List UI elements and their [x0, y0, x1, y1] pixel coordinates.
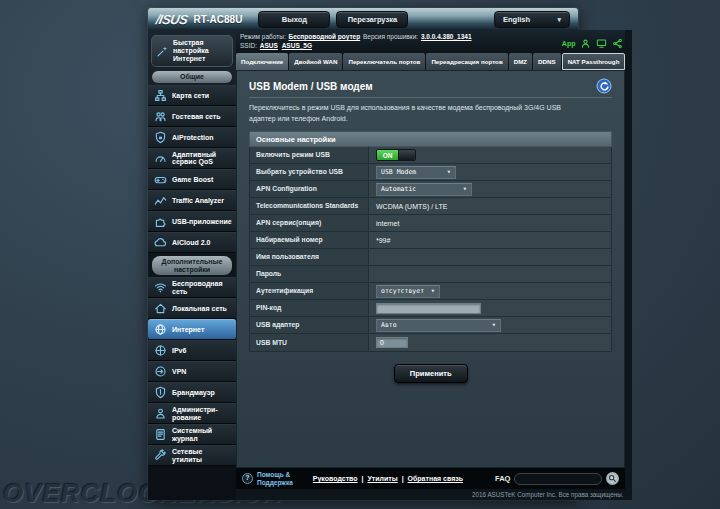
footer-links: Руководство | Утилиты | Обратная связь	[313, 475, 463, 482]
dropdown-10[interactable]: Авто	[376, 319, 501, 332]
faq-label: FAQ	[495, 474, 510, 483]
setting-label: USB MTU	[250, 334, 368, 351]
tab-1[interactable]: Двойной WAN	[289, 53, 342, 70]
sidebar-item-general-5[interactable]: Traffic Analyzer	[148, 190, 236, 211]
language-label: English	[503, 15, 530, 24]
usb-mode-toggle[interactable]: ON	[376, 149, 416, 161]
sidebar-item-general-3[interactable]: Адаптивный сервис QoS	[148, 148, 236, 169]
sidebar-item-general-7[interactable]: AiCloud 2.0	[148, 232, 236, 253]
sidebar-item-general-4[interactable]: Game Boost	[148, 169, 236, 190]
apply-button[interactable]: Применить	[394, 364, 468, 383]
settings-row-2: APN ConfigurationAutomatic	[250, 181, 611, 198]
search-icon[interactable]	[606, 472, 619, 485]
language-selector[interactable]: English	[494, 11, 570, 28]
sidebar-item-advanced-7[interactable]: Системный журнал	[148, 424, 236, 445]
sidebar-item-advanced-3[interactable]: IPv6	[148, 340, 236, 361]
setting-value: отсутствует	[368, 283, 611, 299]
sidebar-item-label: Гостевая сеть	[172, 113, 221, 120]
ssid-24g-link[interactable]: ASUS	[260, 42, 278, 49]
page-background: OVERCLOCKERS.UA /ISUS RT-AC88U Выход Пер…	[0, 0, 720, 509]
settings-row-4: APN сервис(опция)internet	[250, 215, 611, 232]
chart-icon	[154, 194, 167, 207]
tab-0[interactable]: Подключение	[236, 53, 288, 70]
sidebar-item-general-1[interactable]: Гостевая сеть	[148, 106, 236, 127]
tab-5[interactable]: DDNS	[533, 53, 561, 70]
dropdown-8[interactable]: отсутствует	[376, 285, 440, 298]
setting-value	[368, 266, 611, 282]
apply-row: Применить	[249, 362, 612, 383]
document-icon	[154, 428, 167, 441]
sidebar-item-general-2[interactable]: AiProtection	[148, 127, 236, 148]
tab-3[interactable]: Переадресация портов	[426, 53, 507, 70]
shield-lock-icon	[154, 131, 167, 144]
app-link[interactable]: App	[562, 40, 576, 47]
topbar: /ISUS RT-AC88U Выход Перезагрузка Englis…	[148, 8, 578, 30]
input-field-9[interactable]	[376, 303, 481, 314]
chevron-down-icon	[431, 287, 435, 295]
sidebar-item-advanced-0[interactable]: Беспроводная сеть	[148, 277, 236, 298]
reboot-button[interactable]: Перезагрузка	[336, 11, 408, 28]
sidebar-item-advanced-2[interactable]: Интернет	[148, 319, 236, 340]
operation-mode-label: Режим работы:	[240, 33, 286, 40]
client-status-icon[interactable]	[580, 38, 591, 49]
sidebar-general-list: Карта сетиГостевая сетьAiProtectionАдапт…	[148, 85, 236, 253]
quick-setup-button[interactable]: Быстрая настройкаИнтернет	[151, 35, 233, 67]
setting-value: Авто	[368, 317, 611, 333]
sidebar-item-advanced-8[interactable]: Сетевые утилиты	[148, 445, 236, 466]
tab-6[interactable]: NAT Passthrough	[562, 53, 626, 70]
page-title: USB Modem / USB модем	[249, 81, 373, 92]
setting-label: PIN-код	[250, 300, 368, 316]
sidebar-item-advanced-1[interactable]: Локальная сеть	[148, 298, 236, 319]
sidebar-item-advanced-5[interactable]: Брандмауэр	[148, 382, 236, 403]
tab-bar: ПодключениеДвойной WANПереключатель порт…	[236, 53, 625, 70]
sidebar-item-advanced-4[interactable]: VPN	[148, 361, 236, 382]
page-description: Переключитесь в режим USB для использова…	[249, 103, 569, 124]
sidebar-item-general-0[interactable]: Карта сети	[148, 85, 236, 106]
setting-value: ON	[368, 147, 611, 163]
share-icon[interactable]	[612, 38, 623, 49]
dropdown-value: Automatic	[381, 185, 416, 193]
value-text: *99#	[376, 237, 390, 244]
settings-table: Включить режим USBONВыбрать устройство U…	[249, 147, 612, 352]
settings-row-9: PIN-код	[250, 300, 611, 317]
section-header: Основные настройки	[249, 131, 612, 147]
logout-button[interactable]: Выход	[258, 11, 330, 28]
tab-2[interactable]: Переключатель портов	[343, 53, 425, 70]
sidebar: Быстрая настройкаИнтернет Общие Карта се…	[148, 30, 236, 500]
footer-link-2[interactable]: Обратная связь	[408, 475, 464, 482]
dropdown-2[interactable]: Automatic	[376, 183, 472, 196]
setting-label: Telecommunications Standards	[250, 198, 368, 214]
sidebar-item-general-6[interactable]: USB-приложение	[148, 211, 236, 232]
sidebar-advanced-list: Беспроводная сетьЛокальная сетьИнтернетI…	[148, 277, 236, 466]
chevron-down-icon	[463, 185, 467, 193]
dropdown-1[interactable]: USB Modem	[376, 166, 456, 179]
help-label: Помощь &Поддержка	[257, 471, 293, 486]
toggle-on-label: ON	[377, 150, 398, 160]
operation-mode-link[interactable]: Беспроводной роутер	[289, 33, 361, 40]
input-field-11[interactable]	[376, 337, 408, 348]
ssid-5g-link[interactable]: ASUS_5G	[282, 42, 312, 49]
setting-value: WCDMA (UMTS) / LTE	[368, 198, 611, 214]
admin-icon	[154, 407, 167, 420]
wrench-icon	[154, 449, 167, 462]
settings-row-8: Аутентификацияотсутствует	[250, 283, 611, 300]
faq-search-input[interactable]	[514, 473, 602, 485]
copyright: 2016 ASUSTeK Computer Inc. Все права защ…	[236, 489, 625, 500]
chevron-down-icon	[447, 168, 451, 176]
wifi-icon	[154, 281, 167, 294]
setting-label: Выбрать устройство USB	[250, 164, 368, 180]
status-bar: Режим работы: Беспроводной роутер Версия…	[236, 30, 625, 52]
guest-network-icon	[154, 110, 167, 123]
tab-4[interactable]: DMZ	[509, 53, 532, 70]
ssid-label: SSID:	[240, 42, 257, 49]
sidebar-item-advanced-6[interactable]: Администри-рование	[148, 403, 236, 424]
footer-link-1[interactable]: Утилиты	[367, 475, 397, 482]
back-icon[interactable]	[596, 78, 612, 94]
firmware-restore-icon[interactable]	[596, 38, 607, 49]
chevron-down-icon	[492, 321, 496, 329]
title-row: USB Modem / USB модем	[249, 74, 612, 98]
settings-row-10: USB адаптерАвто	[250, 317, 611, 334]
footer-link-0[interactable]: Руководство	[313, 475, 358, 482]
help-support-link[interactable]: Помощь &Поддержка	[242, 471, 293, 486]
firmware-version-link[interactable]: 3.0.0.4.380_1341	[421, 33, 472, 40]
